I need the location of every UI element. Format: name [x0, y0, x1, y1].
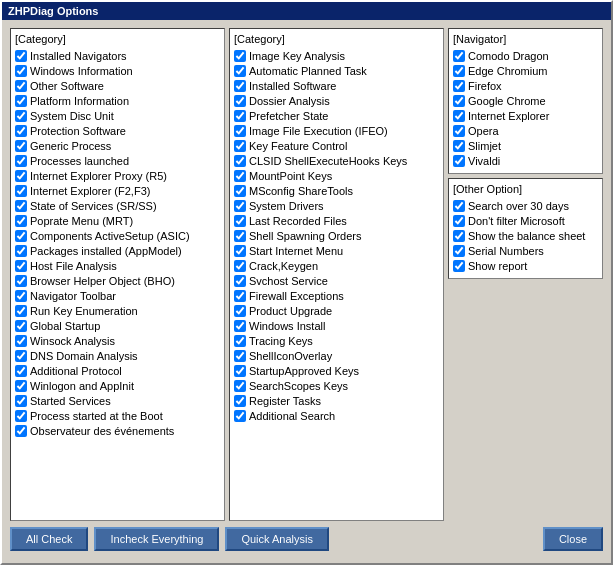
all-check-button[interactable]: All Check: [10, 527, 88, 551]
checkbox-label: Image File Execution (IFEO): [249, 124, 388, 138]
checkbox[interactable]: [453, 215, 465, 227]
checkbox[interactable]: [15, 365, 27, 377]
list-item: Host File Analysis: [15, 259, 220, 273]
checkbox-label: Comodo Dragon: [468, 49, 549, 63]
checkbox[interactable]: [234, 380, 246, 392]
checkbox[interactable]: [453, 65, 465, 77]
checkbox-label: StartupApproved Keys: [249, 364, 359, 378]
checkbox[interactable]: [453, 155, 465, 167]
footer: All Check Incheck Everything Quick Analy…: [10, 521, 603, 555]
checkbox[interactable]: [234, 410, 246, 422]
checkbox[interactable]: [234, 395, 246, 407]
checkbox[interactable]: [234, 155, 246, 167]
checkbox[interactable]: [453, 230, 465, 242]
list-item: StartupApproved Keys: [234, 364, 439, 378]
checkbox[interactable]: [15, 395, 27, 407]
checkbox-label: Observateur des événements: [30, 424, 174, 438]
list-item: Generic Process: [15, 139, 220, 153]
checkbox[interactable]: [15, 380, 27, 392]
checkbox[interactable]: [453, 110, 465, 122]
checkbox[interactable]: [15, 170, 27, 182]
checkbox[interactable]: [15, 275, 27, 287]
checkbox[interactable]: [234, 140, 246, 152]
checkbox[interactable]: [234, 260, 246, 272]
checkbox[interactable]: [234, 245, 246, 257]
checkbox[interactable]: [234, 305, 246, 317]
column1: [Category] Installed NavigatorsWindows I…: [10, 28, 225, 521]
checkbox[interactable]: [234, 65, 246, 77]
checkbox[interactable]: [234, 200, 246, 212]
uncheck-everything-button[interactable]: Incheck Everything: [94, 527, 219, 551]
checkbox[interactable]: [234, 275, 246, 287]
checkbox-label: Navigator Toolbar: [30, 289, 116, 303]
checkbox[interactable]: [15, 305, 27, 317]
column1-header: [Category]: [15, 33, 220, 45]
close-button[interactable]: Close: [543, 527, 603, 551]
column2: [Category] Image Key AnalysisAutomatic P…: [229, 28, 444, 521]
checkbox[interactable]: [15, 185, 27, 197]
checkbox[interactable]: [15, 155, 27, 167]
checkbox[interactable]: [453, 50, 465, 62]
right-section: [Navigator] Comodo DragonEdge ChromiumFi…: [448, 28, 603, 521]
checkbox[interactable]: [234, 110, 246, 122]
checkbox[interactable]: [234, 125, 246, 137]
checkbox[interactable]: [15, 80, 27, 92]
checkbox[interactable]: [15, 215, 27, 227]
quick-analysis-button[interactable]: Quick Analysis: [225, 527, 329, 551]
list-item: Show the balance sheet: [453, 229, 598, 243]
checkbox[interactable]: [15, 125, 27, 137]
checkbox-label: Other Software: [30, 79, 104, 93]
checkbox[interactable]: [234, 350, 246, 362]
checkbox[interactable]: [15, 65, 27, 77]
checkbox[interactable]: [234, 365, 246, 377]
checkbox[interactable]: [15, 350, 27, 362]
checkbox-label: Image Key Analysis: [249, 49, 345, 63]
checkbox[interactable]: [15, 200, 27, 212]
checkbox[interactable]: [15, 410, 27, 422]
list-item: Navigator Toolbar: [15, 289, 220, 303]
list-item: MountPoint Keys: [234, 169, 439, 183]
list-item: Automatic Planned Task: [234, 64, 439, 78]
checkbox[interactable]: [234, 95, 246, 107]
checkbox[interactable]: [453, 260, 465, 272]
column1-items: Installed NavigatorsWindows InformationO…: [15, 49, 220, 438]
checkbox[interactable]: [234, 215, 246, 227]
checkbox[interactable]: [234, 290, 246, 302]
checkbox[interactable]: [234, 230, 246, 242]
checkbox-label: Browser Helper Object (BHO): [30, 274, 175, 288]
checkbox[interactable]: [453, 140, 465, 152]
checkbox[interactable]: [453, 80, 465, 92]
list-item: Register Tasks: [234, 394, 439, 408]
checkbox[interactable]: [15, 110, 27, 122]
checkbox[interactable]: [234, 50, 246, 62]
checkbox[interactable]: [453, 245, 465, 257]
list-item: Firefox: [453, 79, 598, 93]
list-item: System Disc Unit: [15, 109, 220, 123]
checkbox-label: Slimjet: [468, 139, 501, 153]
list-item: Packages installed (AppModel): [15, 244, 220, 258]
checkbox-label: Host File Analysis: [30, 259, 117, 273]
checkbox[interactable]: [234, 80, 246, 92]
checkbox[interactable]: [15, 230, 27, 242]
checkbox[interactable]: [453, 125, 465, 137]
checkbox[interactable]: [234, 185, 246, 197]
checkbox[interactable]: [15, 140, 27, 152]
checkbox[interactable]: [453, 200, 465, 212]
checkbox[interactable]: [15, 335, 27, 347]
checkbox-label: Packages installed (AppModel): [30, 244, 182, 258]
checkbox[interactable]: [15, 95, 27, 107]
checkbox[interactable]: [234, 320, 246, 332]
checkbox[interactable]: [234, 335, 246, 347]
checkbox[interactable]: [15, 320, 27, 332]
checkbox[interactable]: [15, 245, 27, 257]
checkbox[interactable]: [15, 290, 27, 302]
checkbox[interactable]: [453, 95, 465, 107]
checkbox-label: Register Tasks: [249, 394, 321, 408]
list-item: Protection Software: [15, 124, 220, 138]
checkbox[interactable]: [15, 260, 27, 272]
checkbox[interactable]: [15, 425, 27, 437]
checkbox[interactable]: [234, 170, 246, 182]
checkbox-label: MSconfig ShareTools: [249, 184, 353, 198]
main-window: ZHPDiag Options [Category] Installed Nav…: [0, 0, 613, 565]
checkbox[interactable]: [15, 50, 27, 62]
